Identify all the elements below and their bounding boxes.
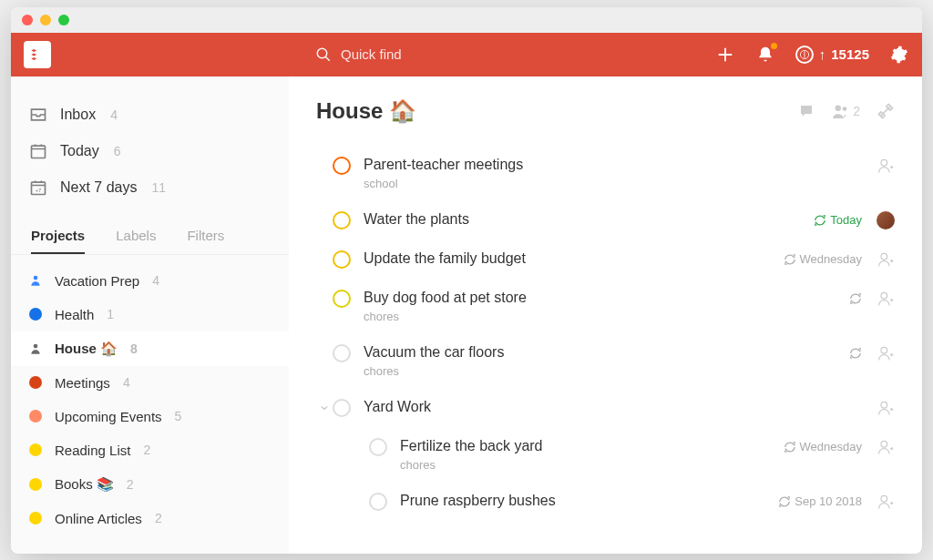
task-row[interactable]: Yard Work	[316, 390, 895, 429]
search-input[interactable]	[341, 46, 514, 62]
project-name: Health	[55, 307, 94, 322]
task-checkbox[interactable]	[333, 250, 351, 269]
topbar: ↑ 15125	[11, 33, 922, 76]
task-body: Buy dog food at pet storechores	[364, 290, 849, 323]
assign-person-button[interactable]	[877, 493, 895, 511]
app-window: ↑ 15125 Inbox 4 Today 6	[11, 7, 922, 554]
search-box[interactable]	[315, 46, 514, 63]
notifications-button[interactable]	[755, 45, 775, 65]
recurring-icon	[849, 292, 862, 305]
task-checkbox[interactable]	[333, 211, 351, 229]
share-button[interactable]: 2	[832, 104, 860, 118]
mac-titlebar	[11, 7, 922, 33]
project-color-icon	[29, 410, 42, 423]
task-checkbox[interactable]	[333, 290, 351, 308]
recurring-icon	[784, 441, 796, 453]
calendar-week-icon: +7	[29, 178, 47, 197]
task-checkbox[interactable]	[333, 157, 351, 175]
chevron-down-icon[interactable]	[316, 399, 333, 417]
task-handle	[316, 344, 333, 362]
svg-point-18	[881, 159, 887, 166]
add-task-button[interactable]	[715, 45, 735, 65]
next7-label: Next 7 days	[60, 179, 137, 196]
gear-icon	[890, 46, 908, 64]
task-checkbox[interactable]	[369, 493, 387, 511]
inbox-count: 4	[110, 107, 118, 122]
sidebar-project-item[interactable]: Health1	[11, 298, 289, 331]
settings-button[interactable]	[889, 45, 909, 65]
task-label: chores	[364, 310, 849, 323]
task-title: Parent-teacher meetings	[364, 157, 877, 173]
task-checkbox[interactable]	[369, 438, 387, 456]
task-meta: Today	[814, 211, 895, 229]
svg-point-27	[881, 347, 887, 353]
assign-person-button[interactable]	[877, 290, 895, 308]
comments-button[interactable]	[797, 103, 815, 119]
sidebar-project-item[interactable]: Vacation Prep4	[11, 264, 289, 298]
share-count: 2	[853, 104, 860, 118]
project-count: 2	[155, 511, 162, 525]
task-row[interactable]: Prune raspberry bushesSep 10 2018	[316, 484, 895, 523]
project-color-icon	[29, 478, 42, 491]
project-color-icon	[29, 308, 42, 321]
people-icon	[832, 104, 850, 118]
tab-labels[interactable]: Labels	[116, 228, 156, 254]
task-body: Update the family budget	[364, 250, 784, 267]
assignee-avatar-icon[interactable]	[877, 211, 895, 229]
more-actions-button[interactable]	[877, 102, 895, 120]
sidebar-project-item[interactable]: Upcoming Events5	[11, 400, 289, 433]
topbar-actions: ↑ 15125	[715, 45, 909, 65]
project-count: 1	[107, 307, 114, 321]
tools-icon	[877, 102, 895, 120]
task-body: Vacuum the car floorschores	[364, 344, 849, 378]
assign-person-button[interactable]	[877, 344, 895, 362]
svg-point-21	[881, 253, 887, 260]
project-name: Books 📚	[55, 476, 114, 493]
task-handle	[353, 493, 369, 511]
tab-filters[interactable]: Filters	[187, 228, 224, 254]
svg-rect-5	[32, 146, 46, 158]
task-row[interactable]: Water the plantsToday	[316, 202, 895, 241]
karma-badge[interactable]: ↑ 15125	[795, 46, 869, 64]
task-title: Prune raspberry bushes	[400, 493, 778, 509]
task-meta: Sep 10 2018	[778, 493, 895, 511]
task-body: Parent-teacher meetingsschool	[364, 157, 877, 190]
maximize-icon[interactable]	[58, 15, 69, 25]
sidebar-next7[interactable]: +7 Next 7 days 11	[11, 169, 289, 206]
task-checkbox[interactable]	[333, 344, 351, 362]
recurring-icon	[784, 253, 796, 266]
app-logo-icon[interactable]	[24, 41, 51, 68]
task-row[interactable]: Update the family budgetWednesday	[316, 241, 895, 280]
sidebar-project-item[interactable]: Reading List2	[11, 433, 289, 467]
assign-person-button[interactable]	[877, 399, 895, 417]
task-row[interactable]: Parent-teacher meetingsschool	[316, 148, 895, 202]
tab-projects[interactable]: Projects	[31, 228, 85, 254]
svg-point-36	[881, 495, 887, 502]
sidebar-inbox[interactable]: Inbox 4	[11, 97, 289, 133]
task-checkbox[interactable]	[333, 399, 351, 417]
close-icon[interactable]	[22, 15, 33, 25]
svg-point-0	[317, 48, 327, 58]
task-row[interactable]: Buy dog food at pet storechores	[316, 280, 895, 335]
task-body: Fertilize the back yardchores	[400, 438, 784, 472]
project-name: Upcoming Events	[55, 409, 162, 424]
sidebar-project-item[interactable]: Meetings4	[11, 366, 289, 400]
project-color-icon	[29, 443, 42, 456]
sidebar-project-item[interactable]: Online Articles2	[11, 502, 289, 535]
sidebar-today[interactable]: Today 6	[11, 133, 289, 169]
minimize-icon[interactable]	[40, 15, 51, 25]
project-name: Vacation Prep	[55, 273, 139, 289]
comment-icon	[797, 103, 815, 119]
task-label: chores	[364, 364, 849, 378]
svg-text:+7: +7	[36, 188, 42, 193]
sidebar-project-item[interactable]: House 🏠8	[11, 331, 289, 366]
sidebar-tabs: Projects Labels Filters	[11, 219, 289, 255]
assign-person-button[interactable]	[877, 438, 895, 456]
assign-person-button[interactable]	[877, 157, 895, 175]
task-row[interactable]: Fertilize the back yardchoresWednesday	[316, 429, 895, 484]
task-row[interactable]: Vacuum the car floorschores	[316, 335, 895, 390]
assign-person-button[interactable]	[877, 250, 895, 269]
project-count: 5	[175, 409, 182, 423]
inbox-icon	[29, 106, 47, 124]
sidebar-project-item[interactable]: Books 📚2	[11, 467, 289, 502]
